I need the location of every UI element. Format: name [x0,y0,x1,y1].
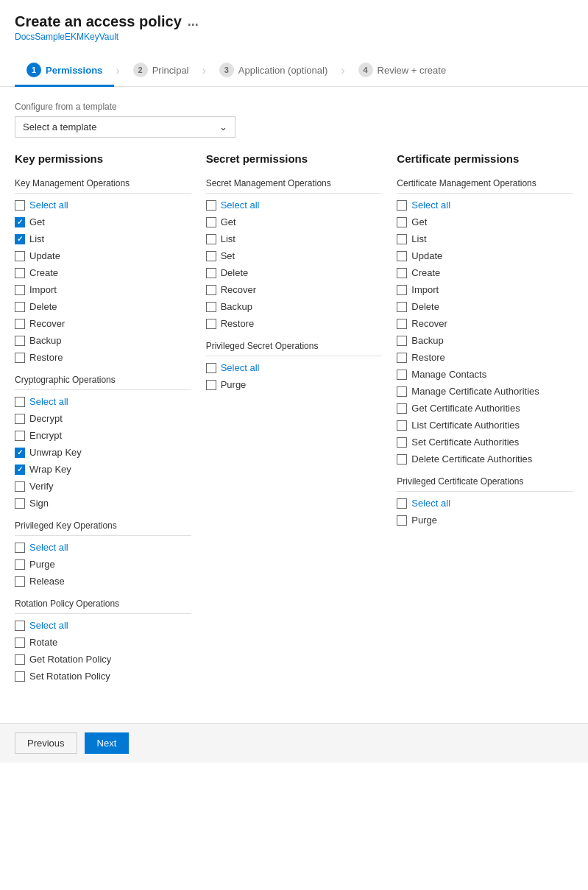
cr-selectall-checkbox[interactable] [15,397,25,407]
km-get-checkbox[interactable] [15,217,25,227]
sm-backup-checkbox[interactable] [206,302,216,312]
sm-list-checkbox[interactable] [206,234,216,244]
tab-review[interactable]: 4 Review + create [347,55,458,87]
pk-selectall-label[interactable]: Select all [29,542,68,553]
pc-selectall-label[interactable]: Select all [411,498,450,509]
sm-selectall-checkbox[interactable] [206,200,216,211]
pk-purge-label[interactable]: Purge [29,559,55,570]
cm-manageca-checkbox[interactable] [397,386,407,397]
cm-selectall-label[interactable]: Select all [411,199,450,211]
cm-setca-checkbox[interactable] [397,437,407,448]
cr-selectall-label[interactable]: Select all [29,396,68,407]
rp-selectall-checkbox[interactable] [15,621,25,631]
sm-backup-label[interactable]: Backup [221,301,252,312]
cr-decrypt-checkbox[interactable] [15,414,25,424]
cr-unwrapkey-checkbox[interactable] [15,448,25,458]
page-subtitle[interactable]: DocsSampleEKMKeyVault [15,32,573,42]
cr-verify-label[interactable]: Verify [29,481,54,492]
cr-encrypt-label[interactable]: Encrypt [29,430,62,441]
cm-managecontacts-label[interactable]: Manage Contacts [411,369,486,380]
sm-restore-checkbox[interactable] [206,319,216,329]
rp-setrotation-checkbox[interactable] [15,671,25,682]
km-delete-label[interactable]: Delete [29,301,57,312]
km-list-label[interactable]: List [29,233,44,244]
cm-import-label[interactable]: Import [411,284,439,295]
cm-deleteca-label[interactable]: Delete Certificate Authorities [411,453,532,465]
cm-recover-label[interactable]: Recover [411,318,447,329]
cr-wrapkey-label[interactable]: Wrap Key [29,464,71,475]
ps-purge-label[interactable]: Purge [221,379,247,390]
cr-unwrapkey-label[interactable]: Unwrap Key [29,447,82,458]
cm-backup-label[interactable]: Backup [411,335,443,346]
rp-rotate-label[interactable]: Rotate [29,637,57,648]
page-title-dots[interactable]: ... [188,14,199,29]
sm-set-checkbox[interactable] [206,251,216,261]
ps-selectall-checkbox[interactable] [206,363,216,373]
km-import-checkbox[interactable] [15,285,25,295]
sm-get-label[interactable]: Get [221,216,236,227]
km-restore-label[interactable]: Restore [29,352,63,363]
cr-verify-checkbox[interactable] [15,481,25,492]
sm-list-label[interactable]: List [221,233,235,244]
cr-decrypt-label[interactable]: Decrypt [29,413,63,424]
cm-restore-label[interactable]: Restore [411,352,445,363]
pc-selectall-checkbox[interactable] [397,498,407,509]
km-get-label[interactable]: Get [29,216,45,227]
cm-import-checkbox[interactable] [397,285,407,295]
cm-manageca-label[interactable]: Manage Certificate Authorities [411,386,539,397]
template-dropdown[interactable]: Select a template ⌄ [15,116,235,138]
km-selectall-label[interactable]: Select all [29,199,68,211]
cm-setca-label[interactable]: Set Certificate Authorities [411,437,519,448]
next-button[interactable]: Next [85,732,130,754]
cm-getca-checkbox[interactable] [397,403,407,414]
cm-getca-label[interactable]: Get Certificate Authorities [411,403,520,414]
cm-restore-checkbox[interactable] [397,353,407,363]
cm-update-checkbox[interactable] [397,251,407,261]
pc-purge-label[interactable]: Purge [411,515,437,526]
cm-update-label[interactable]: Update [411,250,442,261]
sm-restore-label[interactable]: Restore [221,318,255,329]
sm-get-checkbox[interactable] [206,217,216,227]
cm-backup-checkbox[interactable] [397,336,407,346]
cm-get-checkbox[interactable] [397,217,407,227]
km-recover-checkbox[interactable] [15,319,25,329]
cm-managecontacts-checkbox[interactable] [397,370,407,380]
pk-release-label[interactable]: Release [29,576,65,587]
km-import-label[interactable]: Import [29,284,57,295]
cr-wrapkey-checkbox[interactable] [15,465,25,475]
cm-get-label[interactable]: Get [411,216,427,227]
cr-sign-label[interactable]: Sign [29,498,49,509]
sm-delete-label[interactable]: Delete [221,267,249,278]
cm-list-label[interactable]: List [411,233,426,244]
pk-purge-checkbox[interactable] [15,559,25,570]
cm-create-checkbox[interactable] [397,268,407,278]
sm-set-label[interactable]: Set [221,250,235,261]
rp-rotate-checkbox[interactable] [15,638,25,648]
cr-sign-checkbox[interactable] [15,498,25,509]
cm-listca-checkbox[interactable] [397,420,407,431]
cm-delete-checkbox[interactable] [397,302,407,312]
cm-create-label[interactable]: Create [411,267,440,278]
cr-encrypt-checkbox[interactable] [15,431,25,441]
km-delete-checkbox[interactable] [15,302,25,312]
sm-delete-checkbox[interactable] [206,268,216,278]
sm-selectall-label[interactable]: Select all [221,199,260,211]
ps-purge-checkbox[interactable] [206,380,216,390]
tab-application[interactable]: 3 Application (optional) [208,55,339,87]
cm-recover-checkbox[interactable] [397,319,407,329]
pc-purge-checkbox[interactable] [397,515,407,526]
sm-recover-label[interactable]: Recover [221,284,256,295]
km-list-checkbox[interactable] [15,234,25,244]
tab-principal[interactable]: 2 Principal [121,55,201,87]
rp-selectall-label[interactable]: Select all [29,620,68,631]
km-update-checkbox[interactable] [15,251,25,261]
cm-delete-label[interactable]: Delete [411,301,439,312]
ps-selectall-label[interactable]: Select all [221,362,260,373]
cm-list-checkbox[interactable] [397,234,407,244]
pk-release-checkbox[interactable] [15,576,25,587]
km-backup-checkbox[interactable] [15,336,25,346]
rp-setrotation-label[interactable]: Set Rotation Policy [29,671,110,682]
rp-getrotation-checkbox[interactable] [15,654,25,665]
pk-selectall-checkbox[interactable] [15,543,25,553]
km-create-checkbox[interactable] [15,268,25,278]
